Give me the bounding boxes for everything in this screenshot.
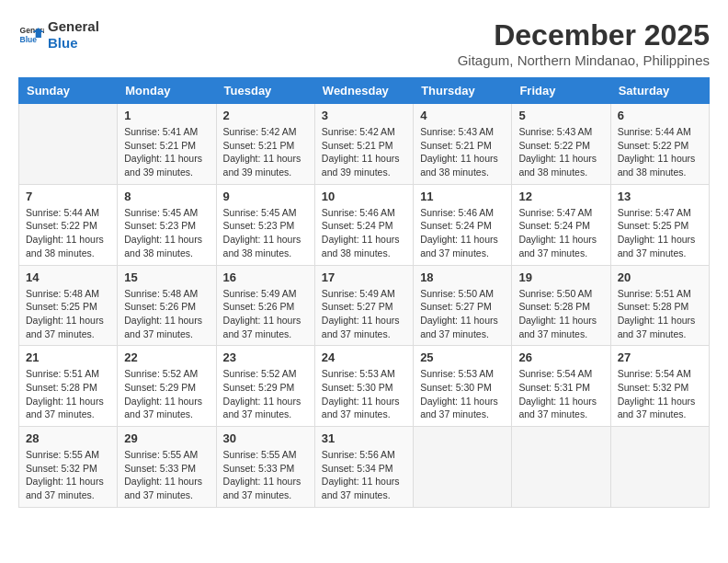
calendar-cell: 29Sunrise: 5:55 AM Sunset: 5:33 PM Dayli… (118, 427, 216, 508)
day-info: Sunrise: 5:55 AM Sunset: 5:33 PM Dayligh… (223, 448, 308, 502)
calendar-cell: 1Sunrise: 5:41 AM Sunset: 5:21 PM Daylig… (118, 104, 216, 185)
day-number: 21 (26, 350, 110, 364)
day-number: 19 (518, 270, 603, 284)
day-info: Sunrise: 5:48 AM Sunset: 5:26 PM Dayligh… (124, 287, 209, 341)
day-number: 3 (322, 109, 406, 122)
calendar-cell: 2Sunrise: 5:42 AM Sunset: 5:21 PM Daylig… (216, 104, 314, 185)
day-number: 5 (518, 109, 603, 122)
calendar-cell: 14Sunrise: 5:48 AM Sunset: 5:25 PM Dayli… (19, 265, 118, 346)
day-info: Sunrise: 5:45 AM Sunset: 5:23 PM Dayligh… (223, 206, 308, 260)
day-info: Sunrise: 5:52 AM Sunset: 5:29 PM Dayligh… (124, 367, 209, 421)
calendar-week-3: 14Sunrise: 5:48 AM Sunset: 5:25 PM Dayli… (19, 265, 710, 346)
day-number: 22 (124, 350, 209, 364)
calendar-cell: 30Sunrise: 5:55 AM Sunset: 5:33 PM Dayli… (216, 427, 314, 508)
day-info: Sunrise: 5:51 AM Sunset: 5:28 PM Dayligh… (618, 287, 702, 341)
logo-line2: Blue (48, 35, 99, 52)
day-info: Sunrise: 5:48 AM Sunset: 5:25 PM Dayligh… (26, 287, 110, 341)
header-tuesday: Tuesday (216, 78, 314, 104)
calendar-cell: 13Sunrise: 5:47 AM Sunset: 5:25 PM Dayli… (610, 184, 709, 265)
calendar-cell: 31Sunrise: 5:56 AM Sunset: 5:34 PM Dayli… (314, 427, 413, 508)
day-number: 2 (223, 109, 308, 122)
logo: General Blue General Blue (18, 18, 99, 52)
calendar-cell: 21Sunrise: 5:51 AM Sunset: 5:28 PM Dayli… (19, 346, 118, 427)
day-number: 7 (26, 190, 110, 203)
day-info: Sunrise: 5:54 AM Sunset: 5:31 PM Dayligh… (518, 367, 603, 421)
calendar-cell: 22Sunrise: 5:52 AM Sunset: 5:29 PM Dayli… (118, 346, 216, 427)
header-saturday: Saturday (610, 78, 709, 104)
calendar-cell: 28Sunrise: 5:55 AM Sunset: 5:32 PM Dayli… (19, 427, 118, 508)
logo-line1: General (48, 18, 99, 35)
day-number: 29 (124, 431, 209, 445)
day-number: 27 (618, 350, 702, 364)
calendar-cell: 27Sunrise: 5:54 AM Sunset: 5:32 PM Dayli… (610, 346, 709, 427)
logo-icon: General Blue (18, 22, 44, 48)
day-info: Sunrise: 5:49 AM Sunset: 5:26 PM Dayligh… (223, 287, 308, 341)
month-year-title: December 2025 (458, 18, 710, 52)
day-info: Sunrise: 5:46 AM Sunset: 5:24 PM Dayligh… (322, 206, 406, 260)
calendar-cell (414, 427, 512, 508)
day-number: 16 (223, 270, 308, 284)
calendar-cell: 4Sunrise: 5:43 AM Sunset: 5:21 PM Daylig… (414, 104, 512, 185)
calendar-cell: 15Sunrise: 5:48 AM Sunset: 5:26 PM Dayli… (118, 265, 216, 346)
calendar-cell: 9Sunrise: 5:45 AM Sunset: 5:23 PM Daylig… (216, 184, 314, 265)
location-subtitle: Gitagum, Northern Mindanao, Philippines (458, 52, 710, 68)
day-number: 25 (420, 350, 505, 364)
header-friday: Friday (512, 78, 610, 104)
day-number: 1 (124, 109, 209, 122)
calendar-cell: 24Sunrise: 5:53 AM Sunset: 5:30 PM Dayli… (314, 346, 413, 427)
day-info: Sunrise: 5:53 AM Sunset: 5:30 PM Dayligh… (420, 367, 505, 421)
day-number: 20 (618, 270, 702, 284)
page-header: General Blue General Blue December 2025 … (18, 18, 710, 68)
day-info: Sunrise: 5:46 AM Sunset: 5:24 PM Dayligh… (420, 206, 505, 260)
calendar-cell: 3Sunrise: 5:42 AM Sunset: 5:21 PM Daylig… (314, 104, 413, 185)
calendar-cell: 17Sunrise: 5:49 AM Sunset: 5:27 PM Dayli… (314, 265, 413, 346)
day-info: Sunrise: 5:43 AM Sunset: 5:21 PM Dayligh… (420, 125, 505, 179)
calendar-week-1: 1Sunrise: 5:41 AM Sunset: 5:21 PM Daylig… (19, 104, 710, 185)
day-number: 26 (518, 350, 603, 364)
calendar-cell: 23Sunrise: 5:52 AM Sunset: 5:29 PM Dayli… (216, 346, 314, 427)
day-info: Sunrise: 5:56 AM Sunset: 5:34 PM Dayligh… (322, 448, 406, 502)
header-sunday: Sunday (19, 78, 118, 104)
day-number: 14 (26, 270, 110, 284)
day-number: 11 (420, 190, 505, 203)
calendar-cell: 5Sunrise: 5:43 AM Sunset: 5:22 PM Daylig… (512, 104, 610, 185)
calendar-cell (19, 104, 118, 185)
day-number: 9 (223, 190, 308, 203)
day-info: Sunrise: 5:53 AM Sunset: 5:30 PM Dayligh… (322, 367, 406, 421)
calendar-cell (512, 427, 610, 508)
day-number: 4 (420, 109, 505, 122)
day-number: 17 (322, 270, 406, 284)
day-info: Sunrise: 5:43 AM Sunset: 5:22 PM Dayligh… (518, 125, 603, 179)
day-number: 6 (618, 109, 702, 122)
day-number: 23 (223, 350, 308, 364)
calendar-cell: 8Sunrise: 5:45 AM Sunset: 5:23 PM Daylig… (118, 184, 216, 265)
header-thursday: Thursday (414, 78, 512, 104)
day-number: 8 (124, 190, 209, 203)
calendar-cell: 7Sunrise: 5:44 AM Sunset: 5:22 PM Daylig… (19, 184, 118, 265)
day-info: Sunrise: 5:44 AM Sunset: 5:22 PM Dayligh… (618, 125, 702, 179)
day-info: Sunrise: 5:52 AM Sunset: 5:29 PM Dayligh… (223, 367, 308, 421)
day-number: 31 (322, 431, 406, 445)
day-info: Sunrise: 5:50 AM Sunset: 5:28 PM Dayligh… (518, 287, 603, 341)
svg-text:Blue: Blue (20, 35, 38, 44)
calendar-week-2: 7Sunrise: 5:44 AM Sunset: 5:22 PM Daylig… (19, 184, 710, 265)
calendar-cell: 20Sunrise: 5:51 AM Sunset: 5:28 PM Dayli… (610, 265, 709, 346)
calendar-header-row: Sunday Monday Tuesday Wednesday Thursday… (19, 78, 710, 104)
day-info: Sunrise: 5:47 AM Sunset: 5:25 PM Dayligh… (618, 206, 702, 260)
day-number: 18 (420, 270, 505, 284)
calendar-cell (610, 427, 709, 508)
day-info: Sunrise: 5:49 AM Sunset: 5:27 PM Dayligh… (322, 287, 406, 341)
day-info: Sunrise: 5:55 AM Sunset: 5:33 PM Dayligh… (124, 448, 209, 502)
calendar-cell: 18Sunrise: 5:50 AM Sunset: 5:27 PM Dayli… (414, 265, 512, 346)
calendar-week-4: 21Sunrise: 5:51 AM Sunset: 5:28 PM Dayli… (19, 346, 710, 427)
header-wednesday: Wednesday (314, 78, 413, 104)
day-number: 12 (518, 190, 603, 203)
calendar-cell: 6Sunrise: 5:44 AM Sunset: 5:22 PM Daylig… (610, 104, 709, 185)
calendar-cell: 11Sunrise: 5:46 AM Sunset: 5:24 PM Dayli… (414, 184, 512, 265)
day-number: 10 (322, 190, 406, 203)
day-info: Sunrise: 5:42 AM Sunset: 5:21 PM Dayligh… (223, 125, 308, 179)
header-monday: Monday (118, 78, 216, 104)
day-number: 28 (26, 431, 110, 445)
day-number: 24 (322, 350, 406, 364)
day-info: Sunrise: 5:47 AM Sunset: 5:24 PM Dayligh… (518, 206, 603, 260)
